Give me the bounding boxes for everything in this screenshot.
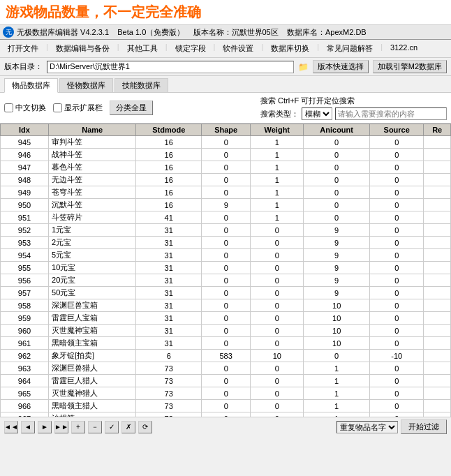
table-row[interactable]: 960灭世魔神宝箱3100100 [1, 325, 451, 337]
cell-weight: 1 [251, 174, 304, 186]
cell-re [424, 249, 451, 262]
cell-source: 0 [370, 199, 424, 211]
cell-shape: 0 [202, 224, 251, 237]
table-row[interactable]: 947暮色斗笠160100 [1, 161, 451, 174]
version-select-btn[interactable]: 版本快速选择 [313, 60, 369, 73]
cell-weight: 1 [251, 161, 304, 174]
menu-other-tools[interactable]: 其他工具 [122, 41, 163, 56]
table-row[interactable]: 9521元宝310090 [1, 224, 451, 237]
table-row[interactable]: 965灭世魔神猎人730010 [1, 387, 451, 400]
cell-shape: 0 [202, 174, 251, 186]
menu-website[interactable]: 3122.cn [385, 41, 422, 56]
cell-stdmode: 16 [136, 149, 202, 161]
cell-stdmode: 31 [136, 337, 202, 350]
cell-shape: 0 [202, 362, 251, 375]
menu-faq[interactable]: 常见问题解答 [322, 41, 378, 56]
search-type-select[interactable]: 模糊 [302, 107, 332, 120]
cell-name: 战神斗笠 [49, 149, 136, 161]
table-row[interactable]: 962象牙锭[拍卖]6583100-10 [1, 350, 451, 362]
col-header-name: Name [49, 124, 136, 136]
search-input[interactable] [335, 107, 447, 120]
nav-confirm-btn[interactable]: ✓ [105, 421, 119, 433]
cell-idx: 945 [1, 136, 49, 149]
start-filter-btn[interactable]: 开始过滤 [401, 419, 447, 434]
nav-prev-btn[interactable]: ◄ [21, 421, 35, 433]
chinese-switch-label[interactable]: 中文切换 [4, 103, 46, 113]
menu-lock-field[interactable]: 锁定字段 [170, 41, 211, 56]
table-row[interactable]: 945审判斗笠160100 [1, 136, 451, 149]
nav-cancel-btn[interactable]: ✗ [121, 421, 135, 433]
cell-re [424, 186, 451, 199]
cell-shape: 0 [202, 387, 251, 400]
app-name: 无极数据库编辑器 V4.2.3.1 Beta 1.0（免费版） 版本名称：沉默世… [17, 27, 367, 38]
table-row[interactable]: 966黑暗领主猎人730010 [1, 400, 451, 412]
cell-source: 0 [370, 400, 424, 412]
tab-items-db[interactable]: 物品数据库 [4, 78, 58, 93]
table-row[interactable]: 948无边斗笠160100 [1, 174, 451, 186]
table-row[interactable]: 961黑暗领主宝箱3100100 [1, 337, 451, 350]
table-row[interactable]: 959雷霆巨人宝箱3100100 [1, 312, 451, 325]
nav-add-btn[interactable]: + [71, 421, 85, 433]
cell-weight: 0 [251, 237, 304, 249]
cell-weight: 1 [251, 199, 304, 211]
chinese-switch-checkbox[interactable] [4, 103, 13, 112]
cell-name: 沉默斗笠 [49, 199, 136, 211]
cell-name: 深渊巨兽猎人 [49, 362, 136, 375]
classify-all-btn[interactable]: 分类全显 [110, 101, 153, 115]
cell-idx: 953 [1, 237, 49, 249]
table-row[interactable]: 95620元宝310090 [1, 274, 451, 287]
cell-stdmode: 31 [136, 312, 202, 325]
cell-anicount: 0 [304, 174, 370, 186]
cell-name: 5元宝 [49, 249, 136, 262]
nav-delete-btn[interactable]: － [88, 421, 102, 433]
tab-skills-db[interactable]: 技能数据库 [114, 78, 168, 92]
cell-name: 黑暗领主猎人 [49, 400, 136, 412]
nav-last-btn[interactable]: ►► [54, 421, 68, 433]
table-row[interactable]: 9532元宝310090 [1, 237, 451, 249]
cell-stdmode: 6 [136, 350, 202, 362]
nav-next-btn[interactable]: ► [38, 421, 52, 433]
menu-open-file[interactable]: 打开文件 [3, 41, 43, 56]
cell-re [424, 337, 451, 350]
cell-re [424, 362, 451, 375]
table-row[interactable]: 963深渊巨兽猎人730010 [1, 362, 451, 375]
cell-name: 暮色斗笠 [49, 161, 136, 174]
search-type-label: 搜索类型： [260, 109, 299, 119]
cell-name: 审判斗笠 [49, 136, 136, 149]
load-engine-btn[interactable]: 加载引擎M2数据库 [373, 60, 447, 73]
cell-anicount: 0 [304, 186, 370, 199]
cell-idx: 949 [1, 186, 49, 199]
menu-db-switch[interactable]: 数据库切换 [266, 41, 314, 56]
table-row[interactable]: 949苍穹斗笠160100 [1, 186, 451, 199]
table-row[interactable]: 950沉默斗笠169100 [1, 199, 451, 211]
table-row[interactable]: 958深渊巨兽宝箱3100100 [1, 299, 451, 312]
cell-shape: 0 [202, 136, 251, 149]
show-ext-label[interactable]: 显示扩展栏 [53, 103, 103, 113]
table-row[interactable]: 964雷霆巨人猎人730010 [1, 375, 451, 387]
cell-re [424, 299, 451, 312]
table-row[interactable]: 946战神斗笠160100 [1, 149, 451, 161]
cell-anicount: 9 [304, 237, 370, 249]
repeat-name-select[interactable]: 重复物品名字 [337, 421, 398, 433]
table-row[interactable]: 951斗笠碎片410100 [1, 211, 451, 224]
cell-anicount: 0 [304, 161, 370, 174]
cell-shape: 0 [202, 237, 251, 249]
table-row[interactable]: 95510元宝310090 [1, 262, 451, 274]
table-row[interactable]: 95750元宝310090 [1, 287, 451, 299]
show-ext-checkbox[interactable] [53, 103, 62, 112]
tab-monsters-db[interactable]: 怪物数据库 [59, 78, 113, 92]
menu-edit-backup[interactable]: 数据编辑与备份 [51, 41, 114, 56]
cell-stdmode: 31 [136, 249, 202, 262]
nav-refresh-btn[interactable]: ⟳ [138, 421, 152, 433]
cell-shape: 0 [202, 375, 251, 387]
cell-stdmode: 31 [136, 299, 202, 312]
table-row[interactable]: 9545元宝310090 [1, 249, 451, 262]
cell-idx: 961 [1, 337, 49, 350]
cell-stdmode: 31 [136, 325, 202, 337]
cell-weight: 0 [251, 362, 304, 375]
menu-settings[interactable]: 软件设置 [218, 41, 258, 56]
cell-re [424, 237, 451, 249]
path-input[interactable] [47, 61, 294, 73]
nav-first-btn[interactable]: ◄◄ [4, 421, 18, 433]
cell-shape: 0 [202, 274, 251, 287]
